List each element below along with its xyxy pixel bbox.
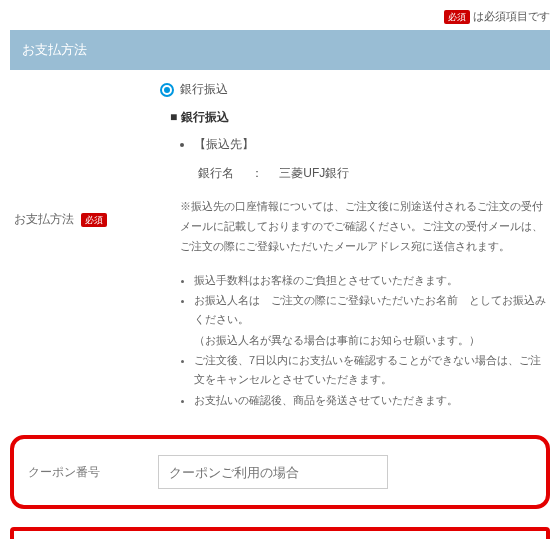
bank-name-value: 三菱UFJ銀行 — [279, 166, 349, 180]
radio-icon — [160, 83, 174, 97]
payment-bullet: 振込手数料はお客様のご負担とさせていただきます。 — [194, 271, 546, 290]
coupon-box: クーポン番号 — [10, 435, 550, 509]
bank-separator: ： — [251, 166, 263, 180]
payment-bullets: 振込手数料はお客様のご負担とさせていただきます。 お振込人名は ご注文の際にご登… — [160, 271, 546, 410]
payment-bullet: ご注文後、7日以内にお支払いを確認することができない場合は、ご注文をキャンセルと… — [194, 351, 546, 388]
payment-bullet: お振込人名は ご注文の際にご登録いただいたお名前 としてお振込みください。 — [194, 291, 546, 328]
coupon-input[interactable] — [158, 455, 388, 489]
payment-destination-label: 【振込先】 — [194, 135, 546, 154]
bank-name-line: 銀行名 ： 三菱UFJ銀行 — [160, 164, 546, 183]
payment-body: 銀行振込 銀行振込 【振込先】 銀行名 ： 三菱UFJ銀行 ※振込先の口座情報に… — [160, 80, 550, 421]
payment-sub-heading: 銀行振込 — [170, 108, 546, 127]
payment-label-text: お支払方法 — [14, 212, 74, 226]
section-header-payment: お支払方法 — [10, 30, 550, 71]
bank-note: ※振込先の口座情報については、ご注文後に別途送付されるご注文の受付メールに記載し… — [160, 197, 546, 256]
payment-bullet-subnote: （お振込人名が異なる場合は事前にお知らせ願います。） — [194, 331, 546, 350]
confirm-box: 最終確認へ — [10, 527, 550, 539]
bank-name-label: 銀行名 — [198, 166, 234, 180]
required-note-text: は必須項目です — [473, 10, 550, 22]
payment-destination-list: 【振込先】 — [160, 135, 546, 154]
payment-row: お支払方法 必須 銀行振込 銀行振込 【振込先】 銀行名 ： 三菱UFJ銀行 ※… — [10, 80, 550, 421]
required-note: 必須 は必須項目です — [10, 8, 550, 26]
payment-required-badge: 必須 — [81, 213, 107, 227]
required-badge: 必須 — [444, 10, 470, 24]
payment-bullet: お支払いの確認後、商品を発送させていただきます。 — [194, 391, 546, 410]
payment-radio-bank[interactable]: 銀行振込 — [160, 80, 546, 99]
coupon-label: クーポン番号 — [28, 463, 158, 482]
payment-radio-label: 銀行振込 — [180, 80, 228, 99]
payment-label-cell: お支払方法 必須 — [10, 80, 160, 229]
